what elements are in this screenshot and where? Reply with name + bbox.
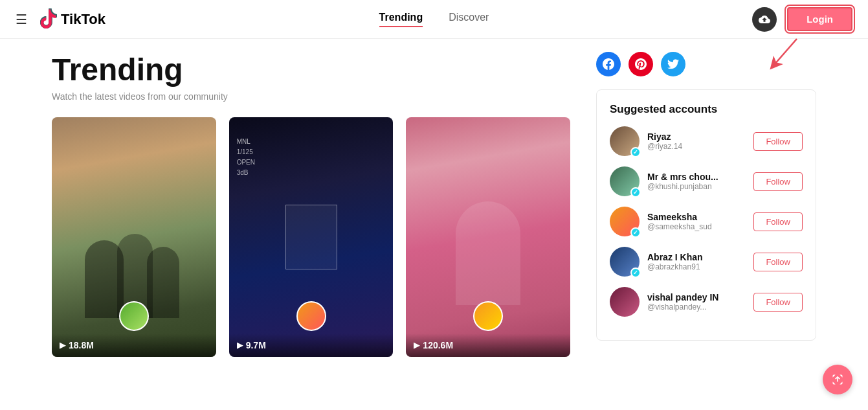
pinterest-icon[interactable] [629, 52, 653, 76]
camera-overlay-text: MNL1/125OPEN3dB [237, 137, 255, 178]
header: ☰ TikTok Trending Discover Login [0, 0, 868, 39]
account-name-riyaz: Riyaz [647, 131, 746, 142]
video-avatar-1 [119, 301, 149, 331]
account-avatar-abraz: ✓ [610, 247, 640, 277]
account-handle-sameeksha: @sameeksha_sud [647, 222, 746, 231]
tiktok-icon [38, 8, 57, 30]
main-container: Trending Watch the latest videos from ou… [0, 52, 868, 357]
video-avatar-2 [296, 301, 326, 331]
figure-silhouette [147, 247, 179, 318]
video-overlay-1: ▶ 18.8M [52, 334, 216, 357]
account-info-riyaz: Riyaz @riyaz.14 [647, 131, 746, 151]
account-avatar-sameeksha: ✓ [610, 207, 640, 236]
account-avatar-mrsmrs: ✓ [610, 166, 640, 196]
play-icon-1: ▶ [60, 341, 65, 350]
menu-icon[interactable]: ☰ [16, 12, 27, 27]
account-avatar-vishal [610, 287, 640, 317]
video-views-2: ▶ 9.7M [237, 340, 386, 350]
video-overlay-2: ▶ 9.7M [229, 334, 394, 357]
account-row-vishal: vishal pandey IN @vishalpandey... Follow [610, 287, 803, 317]
account-row-riyaz: ✓ Riyaz @riyaz.14 Follow [610, 126, 803, 156]
arrow-indicator [761, 36, 800, 74]
figure-silhouette-3 [456, 201, 520, 305]
account-name-mrsmrs: Mr & mrs chou... [647, 172, 746, 182]
main-nav: Trending Discover [379, 12, 489, 27]
account-name-abraz: Abraz I Khan [647, 252, 746, 262]
follow-button-vishal[interactable]: Follow [753, 293, 803, 312]
sidebar: Suggested accounts ✓ Riyaz @riyaz.14 Fol… [596, 52, 816, 357]
camera-box [285, 205, 337, 269]
upload-button[interactable] [752, 7, 777, 32]
video-card-2[interactable]: MNL1/125OPEN3dB ▶ 9.7M [229, 117, 394, 357]
nav-trending[interactable]: Trending [379, 12, 423, 27]
video-card-1[interactable]: ▶ 18.8M [52, 117, 216, 357]
account-row-sameeksha: ✓ Sameeksha @sameeksha_sud Follow [610, 207, 803, 236]
nav-discover[interactable]: Discover [449, 12, 489, 27]
account-info-sameeksha: Sameeksha @sameeksha_sud [647, 212, 746, 231]
video-grid: ▶ 18.8M MNL1/125OPEN3dB [52, 117, 570, 357]
suggested-title: Suggested accounts [610, 103, 803, 116]
video-card-3[interactable]: ▶ 120.6M [406, 117, 570, 357]
facebook-icon[interactable] [596, 52, 621, 76]
video-avatar-3 [473, 301, 503, 331]
twitter-icon[interactable] [661, 52, 685, 76]
account-handle-abraz: @abrazkhan91 [647, 262, 746, 271]
account-handle-riyaz: @riyaz.14 [647, 142, 746, 151]
logo[interactable]: TikTok [38, 8, 106, 30]
video-overlay-3: ▶ 120.6M [406, 334, 570, 357]
suggested-accounts-box: Suggested accounts ✓ Riyaz @riyaz.14 Fol… [596, 89, 816, 341]
account-avatar-riyaz: ✓ [610, 126, 640, 156]
follow-button-mrsmrs[interactable]: Follow [753, 172, 803, 191]
account-name-vishal: vishal pandey IN [647, 292, 746, 302]
play-icon-3: ▶ [414, 341, 419, 350]
play-icon-2: ▶ [237, 341, 243, 350]
header-actions: Login [752, 7, 852, 32]
verified-badge-sameeksha: ✓ [630, 227, 641, 238]
account-name-sameeksha: Sameeksha [647, 212, 746, 222]
account-info-abraz: Abraz I Khan @abrazkhan91 [647, 252, 746, 271]
login-button[interactable]: Login [787, 7, 852, 31]
account-info-vishal: vishal pandey IN @vishalpandey... [647, 292, 746, 312]
account-row-mrsmrs: ✓ Mr & mrs chou... @khushi.punjaban Foll… [610, 166, 803, 196]
video-views-1: ▶ 18.8M [60, 340, 208, 350]
verified-badge-mrsmrs: ✓ [630, 187, 641, 198]
page-title: Trending [52, 52, 570, 87]
account-row-abraz: ✓ Abraz I Khan @abrazkhan91 Follow [610, 247, 803, 277]
follow-button-sameeksha[interactable]: Follow [753, 212, 803, 231]
content-area: Trending Watch the latest videos from ou… [52, 52, 596, 357]
account-info-mrsmrs: Mr & mrs chou... @khushi.punjaban [647, 172, 746, 191]
account-handle-mrsmrs: @khushi.punjaban [647, 182, 746, 191]
logo-text: TikTok [61, 11, 106, 28]
page-subtitle: Watch the latest videos from our communi… [52, 91, 570, 102]
follow-button-riyaz[interactable]: Follow [753, 132, 803, 151]
verified-badge-abraz: ✓ [630, 268, 641, 278]
upload-icon [759, 14, 770, 25]
follow-button-abraz[interactable]: Follow [753, 253, 803, 271]
account-handle-vishal: @vishalpandey... [647, 302, 746, 312]
video-views-3: ▶ 120.6M [414, 340, 562, 350]
svg-line-0 [774, 39, 797, 65]
verified-badge-riyaz: ✓ [630, 147, 641, 157]
avatar-inner-vishal [610, 287, 640, 317]
